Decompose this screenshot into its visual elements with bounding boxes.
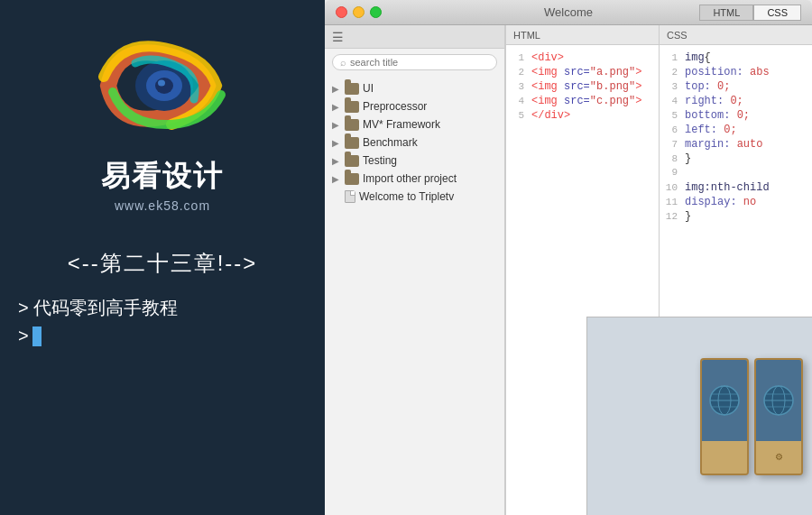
- logo-icon: [90, 18, 235, 153]
- html-panel-header: HTML: [506, 25, 659, 45]
- code-line: 1 img{: [660, 51, 812, 65]
- globe-icon-2: [762, 384, 795, 417]
- code-line: 5 </div>: [506, 108, 659, 123]
- tree-item-welcome[interactable]: ▶ Welcome to Tripletv: [325, 188, 504, 206]
- file-tree-panel: ☰ ⌕ ▶ UI ▶ Preprocessor ▶: [325, 25, 505, 515]
- tree-label: Import other project: [363, 172, 457, 185]
- tree-item-preprocessor[interactable]: ▶ Preprocessor: [325, 97, 504, 115]
- tree-item-benchmark[interactable]: ▶ Benchmark: [325, 133, 504, 152]
- code-line: 7 margin: auto: [660, 137, 812, 152]
- arrow-icon: ▶: [332, 174, 341, 184]
- chapter-label: <--第二十三章!-->: [68, 249, 258, 278]
- tree-label: Welcome to Tripletv: [359, 190, 454, 203]
- search-input[interactable]: [350, 57, 489, 68]
- tree-item-testing[interactable]: ▶ Testing: [325, 152, 504, 170]
- svg-point-3: [158, 80, 165, 87]
- css-panel-header: CSS: [660, 25, 812, 45]
- search-bar[interactable]: ⌕: [332, 54, 497, 70]
- book-right: ⚙: [754, 358, 803, 475]
- tree-label: Benchmark: [363, 136, 418, 149]
- brand-url: www.ek58.com: [101, 198, 224, 213]
- arrow-icon: ▶: [332, 138, 341, 148]
- tree-label: UI: [363, 82, 374, 95]
- code-line: 2 <img src="a.png">: [506, 65, 659, 79]
- traffic-lights: [336, 6, 382, 18]
- brand-name: 易看设计: [101, 157, 224, 197]
- book-left: [700, 358, 749, 475]
- panel-header: ☰: [325, 25, 504, 49]
- arrow-icon: ▶: [332, 120, 341, 130]
- html-panel-title: HTML: [513, 30, 540, 41]
- tree-item-ui[interactable]: ▶ UI: [325, 79, 504, 97]
- tree-label: Testing: [363, 154, 397, 167]
- code-line: 6 left: 0;: [660, 123, 812, 137]
- code-line: 5 bottom: 0;: [660, 108, 812, 123]
- minimize-button[interactable]: [353, 6, 364, 18]
- arrow-icon: ▶: [332, 156, 341, 166]
- subtitle-area: > 代码零到高手教程 >: [0, 296, 325, 352]
- svg-point-2: [155, 78, 173, 94]
- tab-css[interactable]: CSS: [753, 5, 801, 21]
- title-bar: Welcome HTML CSS: [325, 0, 812, 25]
- css-panel-title: CSS: [667, 30, 687, 41]
- bottom-decoration: ⚙: [586, 317, 812, 515]
- code-line: 1 <div>: [506, 51, 659, 65]
- tab-group: HTML CSS: [699, 5, 801, 21]
- code-line: 3 <img src="b.png">: [506, 79, 659, 94]
- subtitle-line-1: > 代码零到高手教程: [18, 296, 325, 320]
- code-line: 8 }: [660, 152, 812, 166]
- code-line: 4 right: 0;: [660, 94, 812, 108]
- maximize-button[interactable]: [370, 6, 382, 18]
- globe-icon: [708, 384, 741, 417]
- search-icon: ⌕: [340, 57, 346, 68]
- subtitle-line-2: >: [18, 326, 325, 346]
- hamburger-icon: ☰: [332, 30, 344, 44]
- tree-item-mvframework[interactable]: ▶ MV* Framework: [325, 115, 504, 133]
- code-line: 10 img:nth-child: [660, 180, 812, 195]
- tree-item-import[interactable]: ▶ Import other project: [325, 170, 504, 188]
- code-line: 12 }: [660, 209, 812, 224]
- code-line: 2 position: abs: [660, 65, 812, 79]
- folder-icon: [345, 137, 359, 149]
- folder-icon: [345, 119, 359, 131]
- arrow-icon: ▶: [332, 102, 341, 112]
- code-line: 9: [660, 166, 812, 180]
- close-button[interactable]: [336, 6, 347, 18]
- cursor-block: [32, 326, 42, 346]
- window-title: Welcome: [544, 5, 593, 19]
- folder-icon: [345, 83, 359, 95]
- file-icon: [345, 190, 355, 203]
- tree-label: Preprocessor: [363, 100, 427, 113]
- folder-icon: [345, 101, 359, 113]
- code-line: 11 display: no: [660, 195, 812, 209]
- brand-text: 易看设计 www.ek58.com: [101, 157, 224, 213]
- tree-label: MV* Framework: [363, 118, 440, 131]
- folder-icon: [345, 173, 359, 185]
- tab-html[interactable]: HTML: [699, 5, 753, 21]
- folder-icon: [345, 155, 359, 167]
- code-line: 4 <img src="c.png">: [506, 94, 659, 108]
- right-panel: Welcome HTML CSS ☰ ⌕ ▶ UI ▶: [325, 0, 812, 515]
- file-tree: ▶ UI ▶ Preprocessor ▶ MV* Framework ▶: [325, 76, 504, 515]
- code-line: 3 top: 0;: [660, 79, 812, 94]
- left-panel: 易看设计 www.ek58.com <--第二十三章!--> > 代码零到高手教…: [0, 0, 325, 515]
- arrow-icon: ▶: [332, 84, 341, 94]
